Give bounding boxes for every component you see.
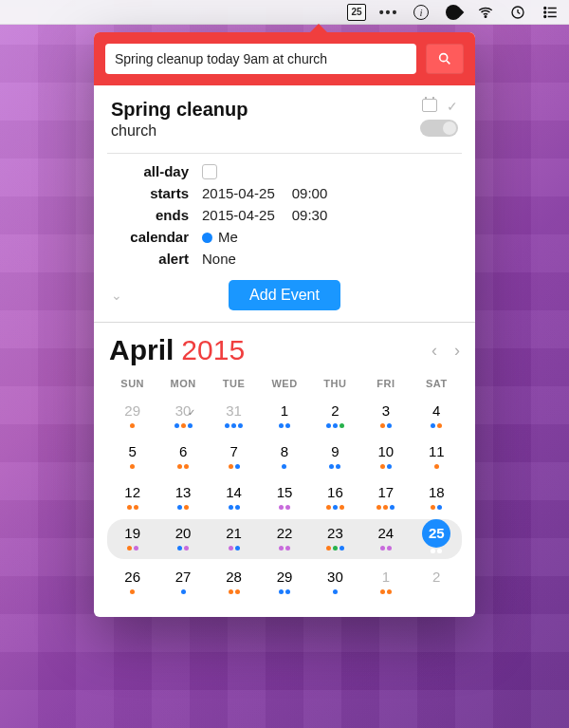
event-dot (130, 423, 135, 428)
event-dot (279, 423, 284, 428)
event-dot (127, 546, 132, 551)
svg-point-0 (485, 15, 486, 17)
calendar-day[interactable]: 1 (360, 563, 411, 600)
calendar-day[interactable]: 9 (310, 438, 360, 475)
starts-time[interactable]: 09:00 (292, 185, 328, 201)
calendar-day[interactable]: 5 (107, 438, 157, 475)
calendar-day[interactable]: 17 (360, 478, 411, 515)
event-dot (333, 423, 338, 428)
event-dot (229, 505, 233, 510)
prev-month-button[interactable]: ‹ (431, 341, 437, 361)
event-dot (229, 464, 233, 469)
event-dot (229, 546, 233, 551)
add-event-button[interactable]: Add Event (229, 280, 340, 310)
calendar-day[interactable]: 28 (209, 563, 259, 600)
calendar-day[interactable]: 22 (259, 519, 309, 556)
calendar-day[interactable]: 7 (209, 438, 259, 475)
next-month-button[interactable]: › (454, 341, 460, 361)
event-section: Spring cleanup church ✓ all-day starts 2… (94, 85, 475, 323)
dow-label: FRI (360, 374, 411, 397)
calendar-day[interactable]: 11 (412, 438, 462, 475)
event-dot (130, 589, 135, 594)
event-dot (437, 549, 442, 553)
menubar-calendar-icon[interactable]: 25 (347, 4, 366, 21)
menubar-more-icon[interactable]: ••• (379, 4, 398, 21)
alert-label: alert (111, 251, 202, 267)
event-dot (431, 423, 435, 428)
allday-checkbox[interactable] (202, 164, 217, 179)
dow-label: TUE (209, 374, 259, 397)
year-label: 2015 (181, 334, 245, 366)
event-dot (326, 546, 331, 551)
calendar-day[interactable]: 31 (209, 397, 259, 434)
calendar-color-dot (202, 233, 212, 243)
event-dot (285, 423, 290, 428)
calendar-day[interactable]: 3 (360, 397, 411, 434)
calendar-day[interactable]: 2 (310, 397, 360, 434)
event-dot (376, 505, 381, 510)
calendar-day[interactable]: 15 (259, 478, 309, 515)
alert-select[interactable]: None (202, 251, 458, 267)
svg-point-8 (440, 54, 448, 62)
starts-label: starts (111, 185, 202, 201)
quick-entry-input[interactable] (105, 44, 416, 74)
calendar-day[interactable]: 6 (157, 438, 208, 475)
calendar-day[interactable]: 4 (412, 397, 462, 434)
calendar-select[interactable]: Me (202, 229, 458, 245)
calendar-day[interactable]: 30 (310, 563, 360, 600)
month-calendar: April 2015 ‹ › SUNMONTUEWEDTHUFRISAT 293… (94, 323, 475, 617)
calendar-day[interactable]: 18 (412, 478, 462, 515)
calendar-day[interactable]: 20 (157, 519, 208, 556)
calendar-day[interactable]: 29 (259, 563, 309, 600)
calendar-day[interactable]: 8 (259, 438, 309, 475)
calendar-day[interactable]: 2 (412, 563, 462, 600)
calendar-day[interactable]: 16 (310, 478, 360, 515)
event-dot (380, 423, 385, 428)
calendar-day[interactable]: 23 (310, 519, 360, 556)
calendar-day[interactable]: 12 (107, 478, 157, 515)
popover-header (94, 32, 475, 85)
expand-details-icon[interactable]: ⌄ (111, 288, 139, 303)
ends-date[interactable]: 2015-04-25 (202, 207, 275, 223)
menubar-info-icon[interactable] (412, 4, 431, 21)
calendar-day[interactable]: 14 (209, 478, 259, 515)
event-dot (390, 505, 395, 510)
event-dot (434, 464, 439, 469)
calendar-day[interactable]: 25 (412, 519, 462, 559)
calendar-day[interactable]: 24 (360, 519, 411, 556)
menubar-leaf-icon[interactable] (444, 4, 463, 21)
svg-line-9 (447, 61, 450, 64)
event-location[interactable]: church (111, 122, 420, 140)
calendar-day[interactable]: 13 (157, 478, 208, 515)
menubar-clock-icon[interactable] (508, 4, 527, 21)
event-type-toggle[interactable] (420, 120, 458, 137)
ends-time[interactable]: 09:30 (292, 207, 328, 223)
menubar-list-icon[interactable] (541, 4, 560, 21)
event-dot (380, 546, 385, 551)
event-dot (238, 423, 243, 428)
event-dot (231, 423, 236, 428)
calendar-day[interactable]: 27 (157, 563, 208, 600)
calendar-day[interactable]: 29 (107, 397, 157, 434)
event-dot (329, 464, 334, 469)
event-type-event-icon[interactable] (422, 99, 437, 112)
calendar-day[interactable]: 30 (157, 397, 208, 434)
event-dot (181, 423, 186, 428)
calendar-day[interactable]: 10 (360, 438, 411, 475)
calendar-day[interactable]: 19 (107, 519, 157, 556)
starts-date[interactable]: 2015-04-25 (202, 185, 275, 201)
event-fields: all-day starts 2015-04-25 09:00 ends 201… (111, 163, 458, 267)
calendar-day[interactable]: 1 (259, 397, 309, 434)
event-dot (181, 589, 186, 594)
event-dot (184, 464, 189, 469)
event-dot (177, 464, 182, 469)
calendar-day[interactable]: 26 (107, 563, 157, 600)
event-dot (333, 589, 338, 594)
event-type-reminder-icon[interactable]: ✓ (447, 99, 458, 114)
calendar-day[interactable]: 21 (209, 519, 259, 556)
event-title[interactable]: Spring cleanup (111, 99, 420, 121)
menubar-wifi-icon[interactable] (476, 4, 495, 21)
dow-label: SUN (107, 374, 157, 397)
search-button[interactable] (426, 44, 464, 74)
event-dot (340, 423, 344, 428)
